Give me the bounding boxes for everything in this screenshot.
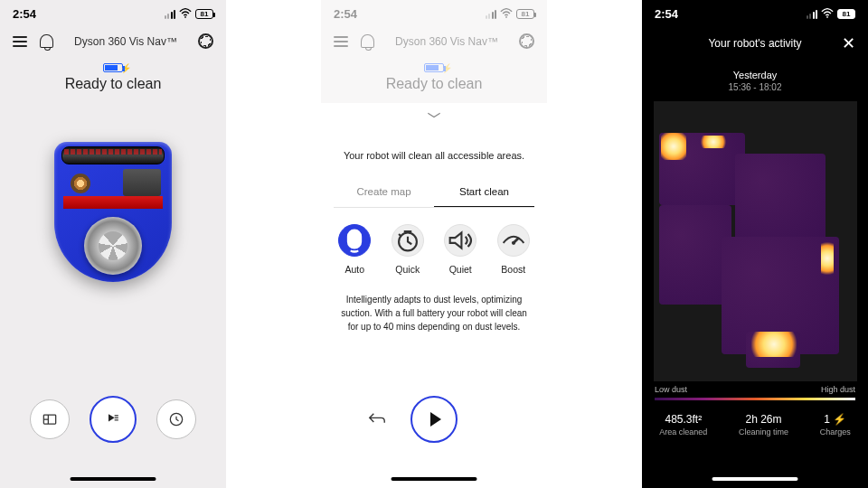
stat-time: 2h 26m Cleaning time: [739, 413, 788, 436]
battery-icon: 81: [516, 9, 534, 19]
svg-rect-8: [348, 230, 361, 249]
gap: [226, 0, 321, 488]
start-clean-sheet: 2:54 81 Dyson 360 Vis Nav™ ⚡ Ready to cl…: [321, 0, 547, 488]
signal-icon: [486, 10, 497, 19]
clean-tabs: Create map Start clean: [334, 177, 534, 208]
clock: 2:54: [13, 7, 36, 21]
play-button[interactable]: [410, 396, 458, 443]
status-bar: 2:54 81: [0, 0, 226, 28]
wifi-icon: [179, 7, 192, 21]
device-battery-icon: ⚡: [103, 63, 123, 72]
settings-icon: [519, 33, 534, 49]
status-bar: 2:54 81: [642, 0, 868, 28]
app-header: Dyson 360 Vis Nav™: [0, 28, 226, 58]
close-icon[interactable]: ✕: [842, 33, 855, 53]
svg-marker-2: [108, 414, 115, 421]
menu-icon: [334, 36, 348, 47]
mode-auto[interactable]: Auto: [338, 224, 371, 275]
mode-label: Auto: [344, 264, 364, 275]
legend-high: High dust: [821, 385, 855, 394]
device-title: Dyson 360 Vis Nav™: [395, 35, 498, 48]
svg-point-9: [353, 235, 356, 239]
tab-create-map[interactable]: Create map: [334, 177, 434, 207]
app-header: Dyson 360 Vis Nav™: [321, 28, 547, 58]
map-button[interactable]: [30, 399, 70, 439]
mode-label: Quiet: [449, 264, 472, 275]
battery-icon: 81: [195, 9, 213, 19]
history-button[interactable]: [156, 399, 196, 439]
status-text: Ready to clean: [321, 76, 547, 92]
clock: 2:54: [655, 7, 678, 21]
svg-point-7: [505, 16, 507, 18]
mode-quick[interactable]: Quick: [392, 224, 424, 275]
start-clean-button[interactable]: [90, 396, 137, 443]
clock: 2:54: [334, 7, 357, 21]
home-indicator[interactable]: [392, 477, 477, 481]
mode-description: Intelligently adapts to dust levels, opt…: [321, 278, 547, 348]
svg-point-11: [512, 241, 515, 245]
activity-header: Your robot's activity ✕: [642, 28, 868, 59]
heatmap-legend: Low dust High dust: [642, 385, 868, 394]
mode-boost[interactable]: Boost: [497, 224, 530, 275]
notifications-icon: [361, 34, 374, 48]
undo-button[interactable]: [367, 411, 387, 428]
activity-date: Yesterday 15:36 - 18:02: [642, 70, 868, 92]
svg-point-0: [184, 16, 186, 18]
signal-icon: [807, 10, 818, 19]
sheet-description: Your robot will clean all accessible are…: [321, 121, 547, 177]
status-text: Ready to clean: [0, 76, 226, 92]
battery-icon: 81: [837, 9, 855, 19]
home-screen: 2:54 81 Dyson 360 Vis Nav™ ⚡ Ready to cl…: [0, 0, 226, 488]
status-bar: 2:54 81: [321, 0, 547, 28]
svg-point-12: [826, 16, 828, 18]
stat-charges: 1 ⚡ Charges: [820, 413, 851, 436]
activity-stats: 485.3ft² Area cleaned 2h 26m Cleaning ti…: [642, 400, 868, 436]
mode-label: Boost: [501, 264, 525, 275]
wifi-icon: [500, 7, 513, 21]
legend-low: Low dust: [655, 385, 687, 394]
home-indicator[interactable]: [712, 477, 798, 481]
tab-start-clean[interactable]: Start clean: [434, 177, 534, 207]
mode-quiet[interactable]: Quiet: [444, 224, 476, 275]
menu-icon[interactable]: [13, 36, 27, 47]
mode-label: Quick: [395, 264, 420, 275]
sheet-handle[interactable]: [321, 103, 547, 121]
device-battery-icon: ⚡: [424, 63, 444, 72]
wifi-icon: [821, 7, 834, 21]
bottom-actions: [0, 396, 226, 443]
activity-screen: 2:54 81 Your robot's activity ✕ Yesterda…: [642, 0, 868, 488]
dust-heatmap[interactable]: [654, 101, 857, 381]
robot-image: [54, 142, 172, 282]
stat-area: 485.3ft² Area cleaned: [659, 413, 707, 436]
clean-modes: Auto Quick Quiet Boost: [328, 224, 540, 275]
settings-icon[interactable]: [198, 33, 213, 49]
device-title: Dyson 360 Vis Nav™: [74, 35, 177, 48]
gap: [547, 0, 642, 488]
home-indicator[interactable]: [71, 477, 156, 481]
activity-title: Your robot's activity: [708, 37, 801, 50]
signal-icon: [165, 10, 176, 19]
notifications-icon[interactable]: [40, 34, 53, 48]
